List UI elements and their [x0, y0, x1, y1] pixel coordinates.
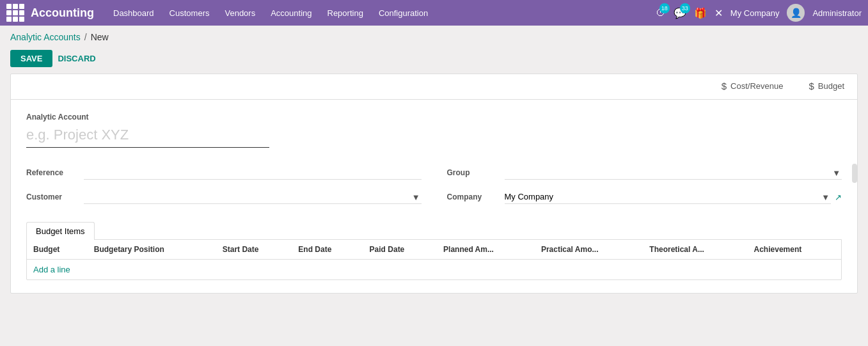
col-end-date: End Date: [292, 240, 363, 260]
group-select[interactable]: [505, 166, 842, 180]
breadcrumb: Analytic Accounts / New: [0, 26, 868, 46]
col-budgetary-position: Budgetary Position: [88, 240, 216, 260]
customer-select[interactable]: [84, 190, 422, 204]
avatar[interactable]: 👤: [787, 4, 805, 22]
group-select-wrapper: ▼: [505, 166, 842, 180]
tab-cost-revenue-label: Cost/Revenue: [730, 81, 783, 91]
group-row: Group ▼: [447, 161, 842, 185]
close-icon[interactable]: ✕: [714, 7, 723, 19]
nav-configuration[interactable]: Configuration: [372, 4, 434, 22]
add-line-row: Add a line: [27, 260, 841, 280]
form-body: Analytic Account Reference Group ▼: [11, 100, 857, 293]
col-practical-amo: Practical Amo...: [535, 240, 643, 260]
budget-items-tab[interactable]: Budget Items: [26, 222, 95, 240]
customer-label: Customer: [26, 193, 84, 201]
topnav: Accounting Dashboard Customers Vendors A…: [0, 0, 868, 26]
customer-select-wrapper: ▼: [84, 190, 422, 204]
add-line-button[interactable]: Add a line: [33, 265, 70, 274]
budget-table-header: Budget Budgetary Position Start Date End…: [27, 240, 841, 260]
nav-dashboard[interactable]: Dashboard: [107, 4, 161, 22]
budget-table-wrapper: Budget Budgetary Position Start Date End…: [26, 239, 842, 280]
scrollbar[interactable]: [852, 164, 857, 183]
analytic-account-label: Analytic Account: [26, 113, 842, 122]
col-start-date: Start Date: [216, 240, 292, 260]
app-title: Accounting: [31, 6, 94, 20]
col-achievement: Achievement: [748, 240, 841, 260]
tab-cost-revenue[interactable]: $ Cost/Revenue: [709, 74, 796, 99]
tab-budget-label: Budget: [818, 81, 844, 91]
budget-icon: $: [809, 81, 814, 91]
col-budget: Budget: [27, 240, 88, 260]
form-fields-grid: Reference Group ▼ Customer: [26, 161, 842, 209]
chat-icon-badge[interactable]: 💬 33: [674, 7, 686, 19]
analytic-account-section: Analytic Account: [26, 113, 842, 148]
breadcrumb-link[interactable]: Analytic Accounts: [10, 32, 81, 42]
external-link-icon[interactable]: ↗: [835, 193, 842, 202]
apps-icon[interactable]: [6, 4, 24, 22]
clock-badge: 18: [659, 3, 670, 13]
budget-table-body: Add a line: [27, 260, 841, 280]
budget-items-section: Budget Items Budget Budgetary Position S…: [26, 222, 842, 280]
nav-customers[interactable]: Customers: [163, 4, 216, 22]
save-button[interactable]: SAVE: [10, 50, 52, 67]
tab-budget[interactable]: $ Budget: [796, 74, 857, 99]
col-planned-am: Planned Am...: [437, 240, 535, 260]
nav-reporting[interactable]: Reporting: [321, 4, 370, 22]
col-paid-date: Paid Date: [363, 240, 437, 260]
topnav-menu: Dashboard Customers Vendors Accounting R…: [107, 4, 656, 22]
action-bar: SAVE DISCARD: [0, 46, 868, 74]
clock-icon-badge[interactable]: ⏱ 18: [656, 7, 666, 19]
company-label[interactable]: My Company: [730, 8, 780, 18]
form-card: $ Cost/Revenue $ Budget Analytic Account…: [10, 74, 858, 294]
reference-label: Reference: [26, 168, 84, 177]
company-select[interactable]: My Company: [505, 190, 832, 204]
company-row-inner: My Company ▼ ↗: [505, 190, 842, 204]
chat-badge: 33: [680, 3, 690, 13]
cost-revenue-icon: $: [722, 81, 727, 91]
company-label: Company: [447, 193, 505, 201]
reference-input[interactable]: [84, 166, 422, 180]
company-select-wrapper: My Company ▼: [505, 190, 832, 204]
reference-row: Reference: [26, 161, 422, 185]
analytic-account-input[interactable]: [26, 124, 269, 148]
col-theoretical-a: Theoretical A...: [643, 240, 747, 260]
budget-table: Budget Budgetary Position Start Date End…: [27, 240, 841, 279]
company-row: Company My Company ▼ ↗: [447, 185, 842, 209]
form-card-tabs: $ Cost/Revenue $ Budget: [11, 74, 857, 100]
breadcrumb-current: New: [91, 32, 109, 42]
nav-vendors[interactable]: Vendors: [218, 4, 262, 22]
breadcrumb-separator: /: [84, 32, 87, 42]
group-label: Group: [447, 168, 505, 177]
customer-row: Customer ▼: [26, 185, 422, 209]
nav-accounting[interactable]: Accounting: [264, 4, 318, 22]
topnav-right: ⏱ 18 💬 33 🎁 ✕ My Company 👤 Administrator: [656, 4, 862, 22]
gift-icon[interactable]: 🎁: [694, 7, 707, 19]
discard-button[interactable]: DISCARD: [58, 54, 95, 63]
admin-label[interactable]: Administrator: [812, 8, 862, 18]
